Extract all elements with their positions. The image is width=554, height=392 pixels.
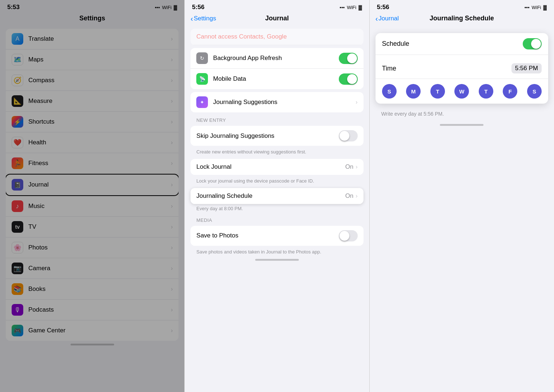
list-item-gamecenter[interactable]: 🎮 Game Center › [6,320,178,341]
lock-item[interactable]: Lock Journal On › [190,159,363,175]
measure-label: Measure [28,97,171,105]
time-row[interactable]: Time 5:56 PM [376,58,548,79]
schedule-toggle[interactable] [523,38,542,49]
nav-title-p3: Journaling Schedule [430,15,494,22]
measure-chevron: › [171,98,173,104]
bg-app-refresh-icon: ↻ [196,52,208,64]
list-item-maps[interactable]: 🗺️ Maps › [6,49,178,70]
time-label: Time [382,65,396,72]
back-button-p2[interactable]: ‹ Settings [190,15,216,22]
compass-icon: 🧭 [12,75,23,86]
days-row: S M T W T F S [376,79,548,104]
list-item-fitness[interactable]: 🏃 Fitness › [6,153,178,174]
lock-label: Lock Journal [196,163,345,171]
list-item-shortcuts[interactable]: ⚡ Shortcuts › [6,112,178,132]
measure-icon: 📐 [12,95,23,107]
day-tuesday[interactable]: T [430,84,445,99]
status-time-p3: 5:56 [377,4,389,11]
schedule-value: On [345,192,354,200]
battery-icon-p2: ▓ [358,5,362,10]
camera-label: Camera [28,265,171,272]
list-item-measure[interactable]: 📐 Measure › [6,91,178,112]
shortcuts-icon: ⚡ [12,116,23,128]
podcasts-icon: 🎙 [12,304,23,316]
day-monday[interactable]: M [406,84,421,99]
save-photos-item[interactable]: Save to Photos [190,226,363,246]
signal-icon: ▪▪▪ [155,5,160,10]
list-item-photos[interactable]: 🌸 Photos › [6,237,178,258]
fitness-icon: 🏃 [12,157,23,169]
schedule-label: Journaling Schedule [196,192,345,200]
list-item-translate[interactable]: A Translate › [6,29,178,49]
compass-label: Compass [28,77,171,84]
journaling-suggestions-item[interactable]: ✦ Journaling Suggestions › [190,92,363,112]
list-item-compass[interactable]: 🧭 Compass › [6,70,178,91]
translate-chevron: › [171,36,173,42]
day-friday[interactable]: F [503,84,517,99]
list-item-books[interactable]: 📚 Books › [6,279,178,300]
health-icon: ❤️ [12,137,23,148]
journaling-suggestions-section: ✦ Journaling Suggestions › [190,92,363,112]
list-item-podcasts[interactable]: 🎙 Podcasts › [6,300,178,320]
journal-chevron: › [171,181,173,188]
skip-section: Skip Journaling Suggestions [190,126,363,146]
lock-value: On [345,163,354,171]
time-value[interactable]: 5:56 PM [511,63,542,73]
schedule-toggle-knob [531,39,541,49]
signal-icon-p3: ▪▪▪ [525,5,530,10]
wifi-icon-p2: WiFi [347,5,356,10]
podcasts-chevron: › [171,307,173,313]
skip-note: Create new entries without viewing sugge… [196,149,357,155]
maps-icon: 🗺️ [12,54,23,65]
day-saturday[interactable]: S [527,84,542,99]
status-bar-p2: 5:56 ▪▪▪ WiFi ▓ [185,0,369,12]
journaling-suggestions-chevron: › [356,99,357,105]
schedule-highlighted-row[interactable]: Journaling Schedule On › [190,188,363,204]
day-sunday[interactable]: S [382,84,397,99]
bg-app-refresh-toggle-knob [347,53,357,63]
mobile-data-item[interactable]: 📡 Mobile Data [190,69,363,89]
photos-label: Photos [28,244,171,251]
list-item-tv[interactable]: tv TV › [6,217,178,237]
translate-label: Translate [28,35,171,43]
schedule-item[interactable]: Journaling Schedule On › [190,188,363,204]
lock-chevron: › [356,164,357,170]
day-thursday[interactable]: T [479,84,493,99]
skip-item[interactable]: Skip Journaling Suggestions [190,126,363,146]
battery-icon-p3: ▓ [543,5,547,10]
battery-icon: ▓ [174,5,177,10]
status-icons-p3: ▪▪▪ WiFi ▓ [525,5,547,10]
skip-toggle[interactable] [339,130,358,141]
back-button-p3[interactable]: ‹ Journal [376,15,399,22]
status-icons-p1: ▪▪▪ WiFi ▓ [155,5,177,10]
panel-journal: 5:56 ▪▪▪ WiFi ▓ ‹ Settings Journal Canno… [184,0,369,392]
media-section-label: MEDIA [196,217,357,223]
mobile-data-toggle[interactable] [339,73,358,85]
back-label-p3: Journal [378,15,399,22]
photos-chevron: › [171,244,173,251]
nav-bar-p3: ‹ Journal Journaling Schedule [370,12,554,26]
gamecenter-chevron: › [171,327,173,334]
nav-bar-p1: Settings [0,12,184,26]
list-item-journal[interactable]: 📓 Journal › [6,175,178,195]
mobile-data-label: Mobile Data [213,75,338,83]
list-item-camera[interactable]: 📷 Camera › [6,258,178,279]
status-time-p2: 5:56 [192,4,204,11]
status-bar-p1: 5:53 ▪▪▪ WiFi ▓ [0,0,184,12]
shortcuts-label: Shortcuts [28,118,171,125]
list-item-health[interactable]: ❤️ Health › [6,132,178,153]
translate-icon: A [12,33,23,45]
bg-app-refresh-item[interactable]: ↻ Background App Refresh [190,48,363,69]
journaling-suggestions-icon: ✦ [196,96,208,108]
list-item-music[interactable]: ♪ Music › [6,196,178,217]
home-indicator-p3 [440,124,483,126]
save-photos-toggle[interactable] [339,230,358,241]
schedule-card-label: Schedule [382,40,409,48]
bg-app-refresh-toggle[interactable] [339,53,358,64]
books-chevron: › [171,286,173,292]
new-entry-section-label: NEW ENTRY [196,117,357,123]
books-icon: 📚 [12,283,23,295]
day-wednesday[interactable]: W [454,84,469,99]
music-label: Music [28,203,171,210]
panel-settings: 5:53 ▪▪▪ WiFi ▓ Settings A Translate › [0,0,184,392]
